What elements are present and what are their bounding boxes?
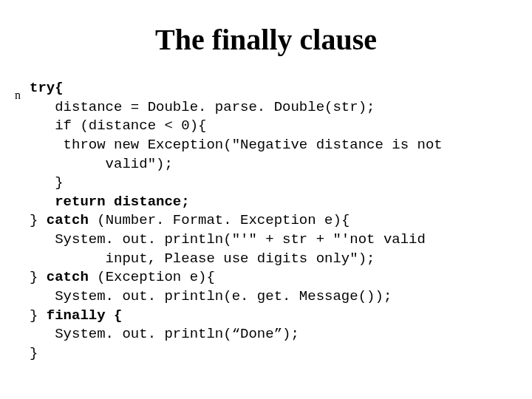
- code-line: throw new Exception("Negative distance i…: [30, 137, 443, 153]
- code-line: }: [30, 212, 47, 228]
- code-line: catch: [47, 269, 89, 285]
- code-line: valid");: [30, 156, 173, 172]
- code-line: input, Please use digits only");: [30, 250, 375, 267]
- code-line: System. out. println("'" + str + "'not v…: [30, 231, 426, 248]
- code-line: (Exception e){: [89, 269, 215, 285]
- code-line: }: [30, 174, 64, 191]
- slide-title: The finally clause: [30, 22, 502, 57]
- code-line: finally {: [47, 307, 123, 324]
- code-line: System. out. println(“Done”);: [30, 326, 299, 342]
- slide: The finally clause n try{ distance = Dou…: [0, 0, 532, 399]
- code-line: }: [30, 269, 47, 285]
- code-line: if (distance < 0){: [30, 117, 206, 134]
- code-line: distance = Double. parse. Double(str);: [30, 99, 375, 115]
- code-block: try{ distance = Double. parse. Double(st…: [30, 79, 502, 364]
- code-line: (Number. Format. Exception e){: [89, 212, 349, 228]
- code-line: try{: [30, 80, 64, 96]
- code-line: System. out. println(e. get. Message());: [30, 288, 392, 304]
- code-line: return distance;: [30, 194, 190, 210]
- bullet-marker: n: [15, 89, 21, 102]
- code-line: catch: [47, 212, 89, 228]
- code-line: }: [30, 307, 47, 324]
- code-line: }: [30, 345, 38, 361]
